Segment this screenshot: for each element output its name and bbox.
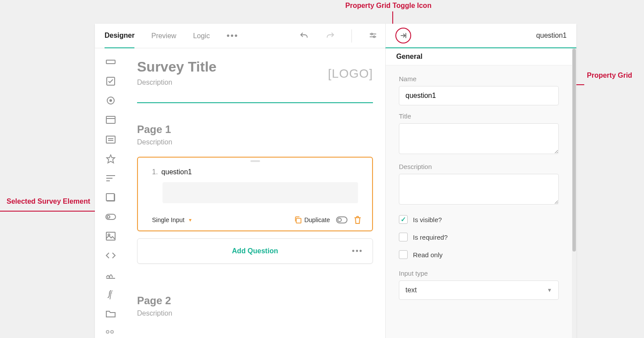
settings-icon[interactable] xyxy=(368,31,378,41)
svg-point-1 xyxy=(371,33,373,35)
duplicate-button[interactable]: Duplicate xyxy=(294,216,330,224)
title-input[interactable] xyxy=(399,123,559,154)
toolbox: f xyxy=(95,48,127,338)
svg-rect-10 xyxy=(106,116,115,123)
page-title[interactable]: Page 2 xyxy=(137,295,373,307)
tool-image-icon[interactable] xyxy=(105,231,116,241)
checkbox-icon xyxy=(399,215,408,224)
property-scrollbar[interactable] xyxy=(572,48,576,338)
required-toggle[interactable] xyxy=(336,216,347,223)
svg-rect-6 xyxy=(106,60,115,64)
tool-single-input-icon[interactable] xyxy=(105,57,116,67)
property-grid: General Name Title Description xyxy=(385,48,576,338)
tabs: Designer Preview Logic ••• xyxy=(95,24,239,48)
tool-html-icon[interactable] xyxy=(105,251,116,260)
chevron-down-icon: ▼ xyxy=(547,287,552,293)
input-type-select[interactable]: text ▼ xyxy=(399,280,559,300)
property-grid-toggle[interactable] xyxy=(395,28,411,43)
field-title: Title xyxy=(399,112,559,156)
property-header-title: question1 xyxy=(536,32,567,40)
svg-rect-12 xyxy=(106,136,115,143)
survey-header[interactable]: Survey Title Description [LOGO] xyxy=(137,59,373,103)
copy-icon xyxy=(294,216,302,224)
add-question-button[interactable]: Add Question ••• xyxy=(137,238,373,264)
page-description[interactable]: Description xyxy=(137,138,373,146)
tool-comment-icon[interactable] xyxy=(105,135,116,144)
question-type-selector[interactable]: Single Input ▾ xyxy=(152,216,192,223)
question-input-preview[interactable] xyxy=(163,182,358,203)
tool-expression-icon[interactable]: f xyxy=(105,290,116,299)
page-1[interactable]: Page 1 Description 1. question1 Single I… xyxy=(137,123,373,264)
svg-point-22 xyxy=(107,216,110,218)
question-title[interactable]: question1 xyxy=(161,168,192,176)
svg-point-27 xyxy=(106,331,109,333)
tab-designer[interactable]: Designer xyxy=(105,24,134,48)
checkbox-icon xyxy=(399,233,408,241)
field-description: Description xyxy=(399,163,559,206)
survey-description[interactable]: Description xyxy=(137,79,217,86)
topbar-actions xyxy=(299,29,385,43)
svg-point-9 xyxy=(109,99,112,102)
design-canvas[interactable]: Survey Title Description [LOGO] Page 1 D… xyxy=(127,48,385,338)
tool-boolean-icon[interactable] xyxy=(105,212,116,222)
topbar: Designer Preview Logic ••• question1 xyxy=(95,24,576,48)
checkbox-required[interactable]: Is required? xyxy=(399,233,559,241)
tool-dropdown-icon[interactable] xyxy=(105,115,116,125)
page-description[interactable]: Description xyxy=(137,309,373,317)
tool-rating-icon[interactable] xyxy=(105,154,116,164)
trash-icon xyxy=(354,216,362,224)
property-section-general[interactable]: General xyxy=(386,48,572,65)
main: f Survey Title Description [LOGO] Page 1… xyxy=(95,48,576,338)
redo-icon[interactable] xyxy=(325,31,336,41)
tool-radiogroup-icon[interactable] xyxy=(105,96,116,105)
svg-point-3 xyxy=(373,36,375,38)
add-question-more[interactable]: ••• xyxy=(352,247,363,256)
toggle-icon xyxy=(336,216,347,223)
svg-rect-23 xyxy=(106,232,115,240)
tool-imagepicker-icon[interactable] xyxy=(105,193,116,202)
question-footer: Single Input ▾ Duplicate xyxy=(138,211,372,230)
svg-marker-15 xyxy=(107,155,115,163)
page-2[interactable]: Page 2 Description xyxy=(137,295,373,317)
field-name: Name xyxy=(399,75,559,105)
tool-signature-icon[interactable] xyxy=(105,270,116,280)
tool-matrix-icon[interactable] xyxy=(105,328,116,338)
svg-point-32 xyxy=(338,218,341,222)
logo-placeholder[interactable]: [LOGO] xyxy=(328,59,373,81)
name-input[interactable] xyxy=(399,86,559,105)
selected-question[interactable]: 1. question1 Single Input ▾ D xyxy=(137,157,373,231)
tab-logic[interactable]: Logic xyxy=(193,24,210,48)
svg-rect-30 xyxy=(296,218,301,223)
tab-more[interactable]: ••• xyxy=(227,24,239,48)
tool-ranking-icon[interactable] xyxy=(105,173,116,183)
survey-title[interactable]: Survey Title xyxy=(137,59,217,75)
property-header: question1 xyxy=(385,24,576,48)
svg-point-28 xyxy=(111,331,113,333)
annotation-toggle-label: Property Grid Toggle Icon xyxy=(345,2,431,10)
question-number: 1. xyxy=(152,168,158,176)
annotation-grid-label: Property Grid xyxy=(587,72,632,79)
undo-icon[interactable] xyxy=(299,31,309,41)
field-input-type: Input type text ▼ xyxy=(399,270,559,300)
collapse-right-icon xyxy=(399,31,408,40)
app-window: Designer Preview Logic ••• question1 xyxy=(95,24,576,338)
annotation-selected-label: Selected Survey Element xyxy=(7,198,90,205)
checkbox-visible[interactable]: Is visible? xyxy=(399,215,559,224)
tool-checkbox-icon[interactable] xyxy=(105,76,116,86)
tab-preview[interactable]: Preview xyxy=(151,24,176,48)
checkbox-icon xyxy=(399,250,408,259)
description-input[interactable] xyxy=(399,174,559,205)
caret-down-icon: ▾ xyxy=(189,217,192,223)
checkbox-readonly[interactable]: Read only xyxy=(399,250,559,259)
tool-file-icon[interactable] xyxy=(105,309,116,319)
page-title[interactable]: Page 1 xyxy=(137,123,373,136)
drag-handle[interactable] xyxy=(138,158,372,165)
delete-button[interactable] xyxy=(354,216,362,224)
svg-rect-20 xyxy=(106,194,114,201)
